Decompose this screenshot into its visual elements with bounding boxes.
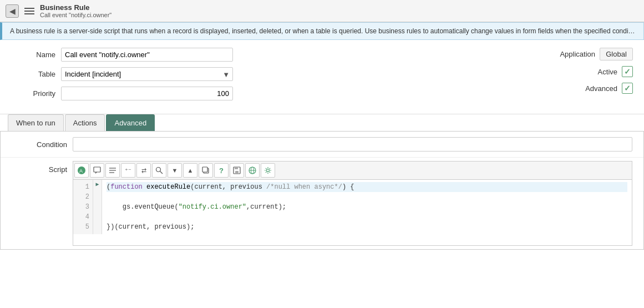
name-row: Name: [11, 48, 500, 62]
indicator-col: ▶: [93, 180, 102, 234]
script-label: Script: [12, 161, 67, 246]
toolbar-btn-copy[interactable]: [199, 163, 213, 178]
menu-button[interactable]: [24, 8, 34, 14]
active-label: Active: [598, 68, 617, 76]
priority-label: Priority: [11, 89, 55, 98]
svg-rect-12: [235, 171, 239, 174]
back-icon: ◀: [9, 7, 16, 16]
back-button[interactable]: ◀: [6, 4, 19, 18]
name-input[interactable]: [61, 48, 233, 62]
form-area: Name Table Incident [incident] ▼ Priorit…: [0, 40, 644, 114]
svg-point-6: [156, 168, 161, 172]
active-check-icon: ✓: [624, 67, 631, 76]
toolbar-btn-comment[interactable]: [90, 163, 104, 178]
content-area: Condition Script A ⁺⁻ ⇄: [0, 131, 644, 250]
tabs-area: When to run Actions Advanced: [0, 114, 644, 131]
toolbar-btn-indent[interactable]: ⁺⁻: [121, 163, 135, 178]
application-row: Application Global: [511, 48, 633, 60]
condition-input[interactable]: [73, 137, 632, 152]
code-editor[interactable]: 1 2 3 4 5 ▶: [73, 179, 632, 246]
code-line-3: gs.eventQueue("notify.ci.owner",current)…: [107, 202, 627, 212]
script-editor-wrapper: A ⁺⁻ ⇄ ▼ ▲ ?: [73, 161, 632, 246]
code-line-2: [107, 192, 627, 202]
toolbar-btn-format[interactable]: [105, 163, 120, 178]
svg-rect-9: [202, 167, 207, 172]
svg-rect-11: [235, 167, 238, 169]
header-title-area: Business Rule Call event "notify.ci.owne…: [40, 3, 111, 18]
toolbar-btn-suggest[interactable]: A: [74, 163, 89, 178]
table-label: Table: [11, 70, 55, 78]
header: ◀ Business Rule Call event "notify.ci.ow…: [0, 0, 644, 22]
toolbar-btn-save[interactable]: [230, 163, 244, 178]
tab-when-to-run[interactable]: When to run: [8, 114, 64, 131]
application-value: Global: [600, 48, 633, 60]
code-lines: 1 2 3 4 5 ▶: [73, 180, 632, 234]
toolbar-btn-globe[interactable]: [245, 163, 260, 178]
code-content: (function executeRule(current, previous …: [102, 180, 632, 234]
toolbar-btn-search[interactable]: [152, 163, 166, 178]
svg-text:A: A: [79, 168, 83, 174]
active-checkbox[interactable]: ✓: [622, 66, 633, 77]
advanced-check-icon: ✓: [624, 84, 631, 93]
svg-point-16: [267, 169, 270, 172]
svg-rect-2: [94, 167, 100, 172]
name-label: Name: [11, 51, 55, 59]
condition-label: Condition: [12, 140, 67, 149]
header-title: Business Rule: [40, 3, 111, 12]
priority-row: Priority: [11, 87, 500, 100]
tabs: When to run Actions Advanced: [8, 114, 644, 131]
script-toolbar: A ⁺⁻ ⇄ ▼ ▲ ?: [73, 161, 632, 179]
table-select[interactable]: Incident [incident]: [61, 67, 233, 81]
script-row: Script A ⁺⁻ ⇄ ▼ ▲: [1, 158, 643, 249]
tab-advanced[interactable]: Advanced: [106, 114, 155, 131]
toolbar-btn-settings[interactable]: [261, 163, 275, 178]
active-row: Active ✓: [511, 66, 633, 77]
application-label: Application: [560, 50, 595, 58]
advanced-row: Advanced ✓: [511, 83, 633, 94]
priority-input[interactable]: [61, 87, 233, 100]
advanced-label: Advanced: [585, 84, 617, 93]
tab-actions[interactable]: Actions: [65, 114, 105, 131]
info-banner: A business rule is a server-side script …: [0, 22, 644, 40]
form-right: Application Global Active ✓ Advanced ✓: [511, 48, 633, 106]
header-subtitle: Call event "notify.ci.owner": [40, 12, 111, 18]
toolbar-btn-help[interactable]: ?: [214, 163, 229, 178]
condition-row: Condition: [1, 132, 643, 158]
advanced-checkbox[interactable]: ✓: [622, 83, 633, 94]
table-row: Table Incident [incident] ▼: [11, 67, 500, 81]
code-line-5: })(current, previous);: [107, 222, 627, 232]
code-line-4: [107, 212, 627, 222]
svg-line-7: [160, 171, 163, 174]
code-line-1: (function executeRule(current, previous …: [107, 182, 627, 192]
toolbar-btn-up[interactable]: ▲: [183, 163, 197, 178]
toolbar-btn-down[interactable]: ▼: [168, 163, 182, 178]
line-1-indicator: ▶: [93, 180, 102, 190]
line-numbers: 1 2 3 4 5: [73, 180, 93, 234]
toolbar-btn-toggle[interactable]: ⇄: [136, 163, 151, 178]
table-select-wrapper: Incident [incident] ▼: [61, 67, 233, 81]
form-left: Name Table Incident [incident] ▼ Priorit…: [11, 48, 500, 106]
